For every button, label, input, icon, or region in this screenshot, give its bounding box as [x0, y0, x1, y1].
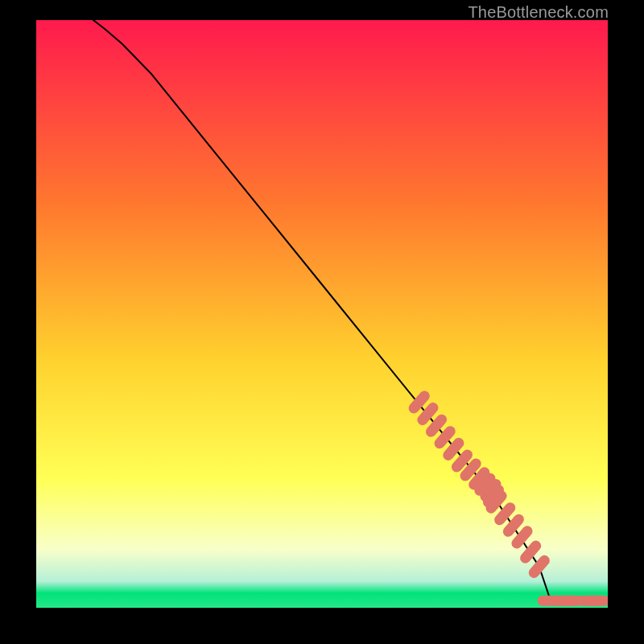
plot-area: [36, 20, 608, 608]
chart-stage: TheBottleneck.com: [0, 0, 644, 644]
chart-svg: [36, 20, 608, 608]
attribution-label: TheBottleneck.com: [468, 3, 609, 22]
